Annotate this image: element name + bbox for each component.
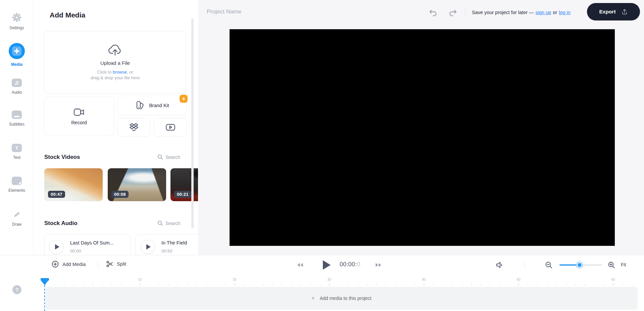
- plus-icon: [9, 43, 25, 59]
- ruler-label: 60: [611, 278, 615, 281]
- sticker-icon: [12, 177, 22, 185]
- search-icon: [157, 154, 163, 160]
- rewind-button[interactable]: [297, 262, 303, 268]
- playhead-line: [44, 285, 45, 311]
- sign-up-link[interactable]: sign up: [536, 10, 551, 15]
- brand-kit-label: Brand Kit: [149, 103, 169, 108]
- timeline-ruler[interactable]: 102030405060: [0, 274, 644, 287]
- toolbar-divider: [98, 261, 98, 269]
- add-media-button[interactable]: Add Media: [51, 260, 86, 268]
- subtitles-icon: [12, 110, 22, 119]
- question-mark-icon: ?: [15, 287, 18, 293]
- stock-video-mountain-valley[interactable]: 00:08: [108, 168, 166, 201]
- dropbox-icon: [129, 123, 139, 132]
- fast-forward-icon: [375, 262, 382, 268]
- export-label: Export: [599, 9, 615, 15]
- dropbox-import-button[interactable]: [117, 118, 150, 137]
- timeline-zoom-slider[interactable]: [559, 264, 602, 266]
- sidebar-item-text[interactable]: T Text: [0, 144, 34, 160]
- pro-lightning-badge: [180, 95, 188, 103]
- upload-title: Upload a File: [100, 60, 130, 66]
- stock-videos-search[interactable]: Search: [157, 154, 180, 160]
- gear-icon: [0, 12, 34, 23]
- duration-badge: 00:47: [48, 191, 65, 198]
- playhead-marker[interactable]: [41, 280, 49, 285]
- stock-audio-title: Stock Audio: [44, 220, 78, 227]
- undo-button[interactable]: [428, 8, 438, 18]
- sidebar-rail: Settings Media Audio Subtitles T Text El…: [0, 0, 34, 255]
- video-preview-canvas[interactable]: [230, 29, 615, 246]
- record-button[interactable]: Record: [44, 97, 114, 136]
- save-prompt: Save your project for later — sign up or…: [472, 10, 571, 15]
- sidebar-item-draw[interactable]: Draw: [0, 210, 34, 227]
- add-media-panel: Add Media Upload a File Click to browse,…: [34, 0, 198, 255]
- duration-badge: 00:21: [174, 191, 191, 198]
- sidebar-item-settings[interactable]: Settings: [0, 12, 34, 30]
- stock-audio-search[interactable]: Search: [157, 220, 180, 226]
- split-button[interactable]: Split: [106, 260, 126, 268]
- sidebar-item-label: Media: [0, 62, 34, 67]
- fast-forward-button[interactable]: [375, 262, 382, 268]
- stock-videos-title: Stock Videos: [44, 154, 80, 161]
- duration-badge: 00:08: [111, 191, 129, 198]
- panel-scrollbar[interactable]: [191, 18, 194, 228]
- audio-title: Last Days Of Sum...: [70, 240, 114, 246]
- project-name-input[interactable]: Project Name: [207, 8, 241, 15]
- play-icon: [55, 244, 59, 250]
- sidebar-item-label: Settings: [0, 26, 34, 30]
- ruler-label: 10: [138, 278, 142, 281]
- browse-link[interactable]: browse: [113, 70, 127, 75]
- brand-kit-swatches-icon: [135, 100, 146, 110]
- zoom-in-icon: [608, 261, 615, 269]
- slider-knob[interactable]: [577, 262, 583, 268]
- log-in-link[interactable]: log in: [559, 10, 571, 15]
- fit-button[interactable]: Fit: [621, 262, 626, 267]
- stock-video-person-headphones[interactable]: 00:21: [170, 168, 198, 201]
- empty-timeline-track[interactable]: + Add media to this project: [45, 287, 638, 310]
- volume-button[interactable]: [495, 261, 504, 269]
- ruler-label: 20: [233, 278, 236, 281]
- sidebar-item-label: Subtitles: [0, 122, 34, 127]
- export-button[interactable]: Export: [587, 3, 640, 20]
- help-button[interactable]: ?: [12, 285, 21, 294]
- upload-file-dropzone[interactable]: Upload a File Click to browse, or drag &…: [44, 31, 186, 94]
- youtube-import-button[interactable]: [154, 118, 187, 137]
- camera-icon: [73, 108, 85, 117]
- scissors-icon: [106, 260, 113, 268]
- undo-arrow-icon: [428, 9, 438, 17]
- sidebar-item-elements[interactable]: Elements: [0, 177, 34, 193]
- ruler-label: 30: [327, 278, 331, 281]
- panel-title: Add Media: [50, 11, 85, 19]
- audio-title: In The Field: [161, 240, 187, 246]
- stock-video-ocean-waves[interactable]: 00:47: [44, 168, 103, 201]
- redo-arrow-icon: [448, 9, 458, 17]
- audio-duration: 00:00: [70, 249, 114, 254]
- pencil-icon: [0, 210, 34, 219]
- brand-kit-button[interactable]: Brand Kit: [117, 96, 187, 115]
- play-audio-button[interactable]: [49, 240, 63, 254]
- play-audio-button[interactable]: [141, 240, 155, 254]
- sidebar-item-subtitles[interactable]: Subtitles: [0, 110, 34, 127]
- redo-button[interactable]: [448, 8, 458, 18]
- rewind-icon: [297, 262, 303, 268]
- stock-audio-item[interactable]: Last Days Of Sum... 00:00: [44, 234, 131, 255]
- zoom-in-button[interactable]: [608, 261, 615, 269]
- search-label: Search: [165, 154, 180, 160]
- stock-audio-item[interactable]: In The Field 00:50: [136, 234, 198, 255]
- toolbar-divider: [525, 261, 525, 269]
- play-button[interactable]: [322, 260, 331, 270]
- header-divider: [465, 7, 465, 17]
- speaker-icon: [495, 261, 504, 269]
- ruler-label: 50: [516, 278, 520, 281]
- export-upload-icon: [621, 8, 628, 15]
- zoom-out-button[interactable]: [545, 261, 553, 269]
- sidebar-item-audio[interactable]: Audio: [0, 79, 34, 95]
- current-frame: 0: [357, 261, 360, 268]
- upload-hint: Click to browse, or drag & drop your fil…: [91, 69, 140, 81]
- audio-meta: In The Field 00:50: [161, 240, 187, 254]
- play-icon: [146, 244, 151, 250]
- sidebar-item-label: Text: [0, 155, 34, 160]
- search-icon: [157, 220, 163, 226]
- sidebar-item-media[interactable]: Media: [0, 43, 34, 67]
- plus-circle-icon: [51, 260, 59, 268]
